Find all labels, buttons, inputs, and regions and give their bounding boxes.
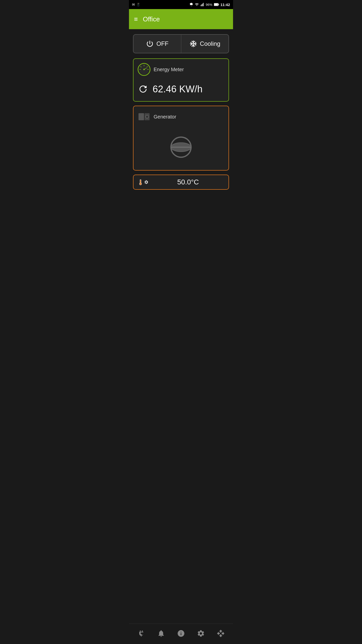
power-mode-row[interactable]: OFF Cooling [133,34,229,53]
energy-meter-title: Energy Meter [154,67,184,72]
svg-rect-6 [214,4,218,6]
sim-icon: 📱 [137,3,140,6]
svg-point-26 [140,183,142,185]
page-title: Office [143,15,160,23]
time-display: 11:42 [220,3,230,7]
status-bar: ✉ 📱 96% 11:42 [129,0,233,9]
svg-rect-16 [139,113,144,120]
nav-item-plug[interactable] [134,628,148,639]
status-bar-left: ✉ 📱 [132,3,140,7]
energy-meter-card: Energy Meter 62.46 KW/h [133,58,229,102]
refresh-icon [138,84,149,95]
alarm-icon [189,3,193,7]
svg-point-15 [143,69,145,70]
generator-status-icon [138,128,224,166]
gear-small-icon [144,180,149,184]
info-icon [177,629,185,637]
app-header: ≡ Office [129,9,233,29]
generator-icon [138,110,151,123]
plug-icon [137,629,145,637]
temperature-value: 50.0°C [152,178,224,186]
svg-rect-3 [203,3,204,6]
svg-rect-0 [201,5,201,6]
main-content: OFF Cooling [129,29,233,624]
svg-rect-27 [141,634,142,635]
power-icon [146,40,154,48]
nav-item-info[interactable] [174,628,188,639]
settings-icon [197,629,205,637]
snowflake-icon [189,40,197,48]
nav-item-notifications[interactable] [154,628,168,639]
email-icon: ✉ [132,3,135,7]
temperature-row: 50.0°C [133,175,229,190]
energy-value-row: 62.46 KW/h [138,81,224,97]
menu-button[interactable]: ≡ [134,16,138,22]
cooling-button[interactable]: Cooling [181,35,229,53]
bell-icon [157,629,165,637]
energy-meter-header: Energy Meter [138,63,224,76]
move-icon [217,629,225,637]
generator-title: Generator [154,114,176,120]
nav-item-settings[interactable] [194,628,208,639]
svg-rect-2 [202,4,203,6]
signal-icon [200,3,204,7]
wifi-icon [195,3,199,7]
battery-icon [214,3,219,7]
battery-percentage: 96% [206,3,212,7]
power-label: OFF [156,40,168,47]
generator-header: Generator [138,110,224,123]
generator-card: Generator [133,106,229,171]
status-bar-right: 96% 11:42 [189,3,230,7]
mode-label: Cooling [200,40,220,47]
thermometer-icon [138,178,144,186]
svg-point-18 [146,115,149,118]
svg-rect-25 [140,180,141,183]
svg-rect-1 [201,4,202,6]
energy-value: 62.46 KW/h [153,84,203,95]
svg-rect-5 [218,4,219,5]
power-button[interactable]: OFF [133,35,181,53]
bottom-navigation [129,624,233,644]
nav-item-move[interactable] [214,628,228,639]
speedometer-icon [138,63,151,76]
temp-icon-area [138,178,149,186]
